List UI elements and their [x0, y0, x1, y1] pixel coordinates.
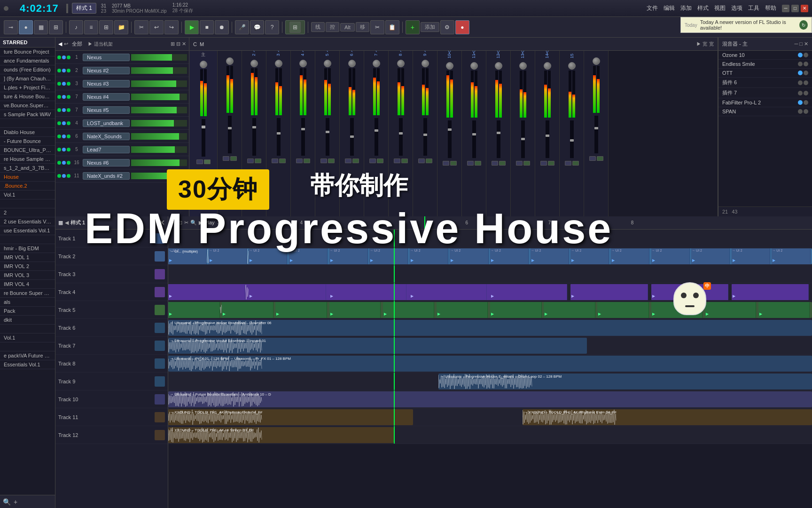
menu-view[interactable]: 视图: [714, 4, 726, 12]
minimize-button[interactable]: ─: [782, 5, 789, 12]
pl-tool-play[interactable]: ▶: [199, 220, 203, 226]
rp-dot-2-2[interactable]: [804, 71, 808, 75]
channel-light-2-2[interactable]: [67, 82, 70, 86]
mixer-btn-1-0[interactable]: [223, 156, 229, 161]
mixer-btn-2-6[interactable]: [377, 159, 383, 163]
mixer-btn-1-6[interactable]: [369, 159, 376, 163]
channel-light-0-1[interactable]: [62, 56, 66, 59]
channel-name-btn-0[interactable]: Nexus: [83, 54, 130, 61]
mixer-btn-1-5[interactable]: [345, 159, 351, 163]
pl-track-content-6[interactable]: → Ultrasonic – Progressive House Essenti…: [168, 337, 812, 354]
cr-track-label-10[interactable]: Track 11: [58, 414, 153, 420]
tb-add-btn[interactable]: +: [406, 20, 420, 34]
mixer-knob-2[interactable]: [275, 60, 282, 67]
channel-name-btn-8[interactable]: Nexus #6: [83, 159, 130, 167]
sidebar-search-icon[interactable]: 🔍: [3, 498, 11, 506]
mixer-btn-1-11[interactable]: [492, 161, 498, 166]
channel-volume-7[interactable]: [131, 146, 187, 153]
mixer-knob-11[interactable]: [495, 62, 502, 70]
pl-track-content-4[interactable]: ▶▶▶▶▶▶▶▶▶▶▶▶: [168, 301, 812, 318]
sidebar-item-26[interactable]: IMR VOL 4: [0, 280, 55, 289]
pattern-cell-11[interactable]: [155, 430, 165, 440]
sidebar-item-27[interactable]: re Bounce Super Pack: [0, 289, 55, 298]
track4-pattern-4[interactable]: ▶: [490, 284, 567, 300]
sidebar-add-icon[interactable]: +: [14, 498, 17, 506]
rp-dot-2-4[interactable]: [804, 91, 808, 95]
rp-minimize-icon[interactable]: ─: [795, 41, 798, 47]
pattern-cell-2[interactable]: [155, 269, 165, 279]
mixer-fader-9[interactable]: [448, 120, 452, 158]
tb-back-btn[interactable]: ⊸: [4, 20, 18, 34]
mixer-knob-14[interactable]: [568, 62, 576, 70]
track5-pattern-4[interactable]: ▶: [383, 302, 435, 318]
cr-track-label-3[interactable]: Track 4: [58, 289, 153, 295]
ch-settings-icon[interactable]: ⊟: [176, 41, 180, 47]
sidebar-item-6[interactable]: ve.Bounce.Superpack: [0, 101, 55, 110]
sidebar-item-9[interactable]: Diablo House: [0, 128, 55, 137]
mixer-fader-4[interactable]: [326, 118, 329, 156]
mode2-selector[interactable]: 控: [326, 22, 339, 32]
sidebar-item-5[interactable]: ture & House Bounce: [0, 92, 55, 101]
mixer-knob-9[interactable]: [446, 62, 453, 70]
track5-pattern-10[interactable]: ▶: [705, 302, 757, 318]
track5-pattern-2[interactable]: ▶: [275, 302, 327, 318]
repeat-pattern-1-15[interactable]: → UI 2▶: [772, 248, 810, 264]
rp-item-5[interactable]: FabFilter Pro-L 2: [718, 98, 812, 107]
track4-pattern-3[interactable]: ▶: [410, 284, 487, 300]
track5-pattern-7[interactable]: ▶: [544, 302, 595, 318]
mix-btn-1[interactable]: ⊞: [289, 22, 301, 33]
pl-tool-zoom[interactable]: 🔍: [190, 220, 197, 226]
mixer-fader-1[interactable]: [252, 118, 256, 156]
channel-light-3-0[interactable]: [57, 95, 61, 99]
menu-options[interactable]: 选项: [731, 4, 742, 12]
rp-item-3[interactable]: 插件 6: [718, 78, 812, 88]
mixer-knob-0[interactable]: [226, 57, 234, 65]
channel-light-4-2[interactable]: [67, 108, 70, 112]
sidebar-item-8[interactable]: [0, 119, 55, 128]
pl-track-content-10[interactable]: → XXOUND – TGOLD_PH1_AK-Rhythmic Elem 04…: [168, 408, 812, 426]
tb-help-btn[interactable]: ?: [265, 20, 279, 34]
sidebar-item-3[interactable]: ] (By Aman Chauhan): [0, 74, 55, 83]
pl-track-content-5[interactable]: → Ultrasonic – Progressive House Essenti…: [168, 319, 812, 336]
track5-pattern-8[interactable]: ▶: [597, 302, 649, 318]
channel-light-6-0[interactable]: [57, 135, 61, 138]
pattern-cell-9[interactable]: [155, 394, 165, 405]
track5-pattern-6[interactable]: ▶: [490, 302, 542, 318]
sidebar-item-18[interactable]: 2: [0, 208, 55, 217]
menu-edit[interactable]: 编辑: [664, 4, 675, 12]
mode3-selector[interactable]: Alt: [340, 23, 355, 32]
track4-pattern-7[interactable]: ▶: [732, 284, 809, 300]
sidebar-item-1[interactable]: ance Fundamentals: [0, 56, 55, 65]
cr-track-label-9[interactable]: Track 10: [58, 397, 153, 402]
mixer-knob-master[interactable]: [200, 61, 207, 68]
channel-light-3-1[interactable]: [62, 95, 66, 99]
rp-dot-2-1[interactable]: [804, 62, 808, 66]
mixer-btn-2-14[interactable]: [572, 161, 579, 166]
channel-name-btn-3[interactable]: Nexus #4: [83, 93, 130, 101]
mixer-fader-14[interactable]: [570, 120, 574, 158]
mixer-btn-2-9[interactable]: [450, 161, 457, 166]
channel-light-6-2[interactable]: [67, 135, 70, 138]
track5-pattern-3[interactable]: ▶: [329, 302, 381, 318]
pattern-7-0[interactable]: → Ultrasonic – Pr_X 01 – 128 BPM → Ultra…: [168, 356, 812, 372]
pattern-10-0[interactable]: → XXOUND – TGOLD_PH1_AK-Rhythmic Elem 04…: [168, 409, 413, 425]
mixer-knob-15[interactable]: [593, 57, 600, 65]
channel-volume-4[interactable]: [131, 107, 187, 113]
sidebar-item-19[interactable]: 2 use Essentials Vol.1: [0, 217, 55, 226]
rp-item-6[interactable]: SPAN: [718, 107, 812, 116]
rp-dot-1-1[interactable]: [798, 62, 803, 66]
ch-header-filter[interactable]: ▶ 适当机架: [88, 41, 113, 48]
rp-dot-2-6[interactable]: [804, 109, 808, 114]
cr-lower-close[interactable]: ✕: [159, 218, 165, 227]
sidebar-item-25[interactable]: IMR VOL 3: [0, 271, 55, 280]
mixer-fader-11[interactable]: [497, 120, 500, 158]
sidebar-item-17[interactable]: [0, 199, 55, 208]
mixer-btn-2-15[interactable]: [597, 156, 603, 161]
track4-pattern-0[interactable]: ▶: [168, 284, 245, 300]
channel-volume-5[interactable]: [131, 120, 187, 127]
pl-track-content-2[interactable]: [168, 265, 812, 283]
channel-name-btn-9[interactable]: NateX_unds #2: [83, 172, 130, 180]
channel-volume-1[interactable]: [131, 67, 187, 74]
sidebar-item-2[interactable]: ounds (Free Edition): [0, 65, 55, 74]
mixer-ctrl2[interactable]: 宽: [709, 41, 714, 48]
